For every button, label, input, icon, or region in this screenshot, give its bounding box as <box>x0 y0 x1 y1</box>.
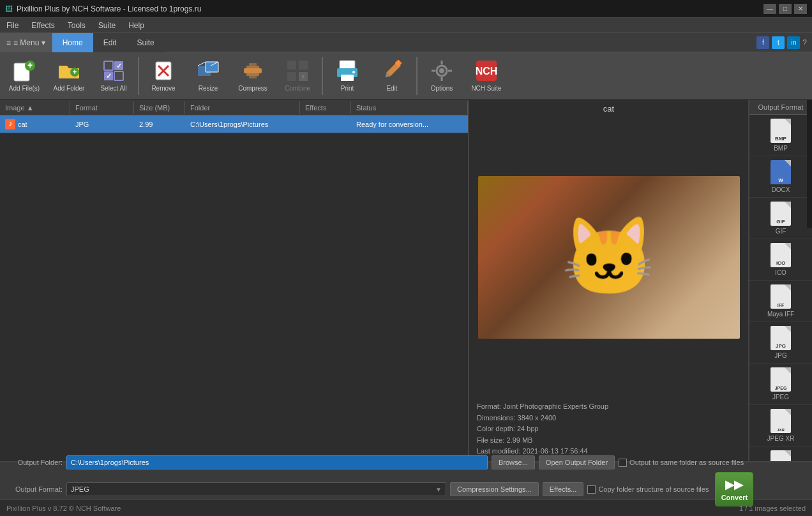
titlebar-title: 🖼 Pixillion Plus by NCH Software - Licen… <box>5 4 201 13</box>
add-files-button[interactable]: + Add File(s) <box>3 54 46 98</box>
svg-rect-21 <box>246 73 259 76</box>
output-format-panel: Output Format BMP BMP W DOCX GIF GIF ICO… <box>748 100 812 461</box>
nch-suite-button[interactable]: NCH NCH Suite <box>465 54 508 98</box>
tab-home[interactable]: Home <box>52 33 93 52</box>
nch-suite-icon: NCH <box>475 59 498 82</box>
resize-icon <box>197 59 220 82</box>
remove-button[interactable]: Remove <box>142 54 185 98</box>
preview-panel: cat Format: Joint Photographic Experts G… <box>469 100 748 461</box>
copy-folder-checkbox[interactable] <box>587 485 596 494</box>
combine-icon: + <box>286 59 309 82</box>
col-header-status[interactable]: Status <box>351 101 468 114</box>
compress-label: Compress <box>238 85 267 92</box>
same-folder-checkbox[interactable] <box>619 459 627 467</box>
file-effects-cell <box>300 122 351 127</box>
remove-icon <box>152 59 175 82</box>
convert-label: Convert <box>721 494 748 501</box>
hamburger-icon: ≡ <box>6 38 11 47</box>
options-button[interactable]: Options <box>420 54 463 98</box>
linkedin-icon[interactable]: in <box>787 36 800 49</box>
format-item-bmp[interactable]: BMP BMP <box>749 115 812 156</box>
format-label-mayaiff: Maya IFF <box>767 311 794 318</box>
add-files-label: Add File(s) <box>9 85 40 92</box>
titlebar: 🖼 Pixillion Plus by NCH Software - Licen… <box>0 0 812 18</box>
browse-button[interactable]: Browse... <box>492 455 535 469</box>
format-item-jpeg[interactable]: JPEG JPEG <box>749 364 812 405</box>
tab-edit[interactable]: Edit <box>93 33 127 52</box>
compression-settings-button[interactable]: Compression Settings... <box>450 482 539 496</box>
chevron-down-icon: ▼ <box>435 486 442 493</box>
svg-line-16 <box>198 62 206 66</box>
svg-text:NCH: NCH <box>476 66 498 77</box>
open-output-folder-button[interactable]: Open Output Folder <box>539 455 615 469</box>
options-label: Options <box>431 85 453 92</box>
svg-point-36 <box>439 68 444 73</box>
tab-suite[interactable]: Suite <box>126 33 164 52</box>
right-scrollbar-track[interactable] <box>807 100 812 228</box>
minimize-button[interactable]: — <box>763 4 776 14</box>
format-item-mayaiff[interactable]: IFF Maya IFF <box>749 281 812 322</box>
twitter-icon[interactable]: t <box>772 36 785 49</box>
format-label-ico: ICO <box>775 269 786 276</box>
format-item-jpg[interactable]: JPG JPG <box>749 322 812 364</box>
format-item-ico[interactable]: ICO ICO <box>749 239 812 281</box>
menu-dropdown-label: ≡ Menu ▾ <box>13 38 45 47</box>
output-format-row: Output Format: JPEG ▼ Compression Settin… <box>5 472 807 506</box>
remove-label: Remove <box>151 85 175 92</box>
format-item-jpeg-xr[interactable]: JXR JPEG XR <box>749 405 812 446</box>
file-format-cell: JPG <box>70 118 134 131</box>
file-status-cell: Ready for conversion... <box>351 118 468 131</box>
table-row[interactable]: J cat JPG 2.99 C:\Users\1progs\Pictures … <box>0 115 468 133</box>
menu-help[interactable]: Help <box>122 19 151 32</box>
maximize-button[interactable]: □ <box>779 4 792 14</box>
format-icon-gif: GIF <box>771 202 791 226</box>
col-header-effects[interactable]: Effects <box>300 101 351 114</box>
output-folder-input[interactable] <box>66 455 488 469</box>
resize-label: Resize <box>199 85 218 92</box>
col-header-format[interactable]: Format <box>70 101 134 114</box>
col-header-image[interactable]: Image ▲ <box>0 101 70 114</box>
same-folder-label: Output to same folder as source files <box>629 459 744 466</box>
print-label: Print <box>341 85 354 92</box>
app-version: Pixillion Plus v 8.72 © NCH Software <box>6 505 121 512</box>
svg-rect-28 <box>340 61 355 70</box>
combine-button[interactable]: + Combine <box>276 54 319 98</box>
preview-title: cat <box>469 100 748 117</box>
facebook-icon[interactable]: f <box>756 36 769 49</box>
svg-rect-8 <box>114 71 123 80</box>
print-button[interactable]: Print <box>326 54 369 98</box>
help-icon[interactable]: ? <box>802 38 807 47</box>
svg-rect-20 <box>249 63 257 66</box>
menu-dropdown-button[interactable]: ≡ ≡ Menu ▾ <box>0 33 52 52</box>
close-button[interactable]: ✕ <box>794 4 807 14</box>
format-label-bmp: BMP <box>774 145 788 152</box>
convert-button[interactable]: ▶▶ Convert <box>715 472 753 506</box>
file-folder-cell: C:\Users\1progs\Pictures <box>185 118 300 131</box>
convert-arrow-icon: ▶▶ <box>725 478 743 492</box>
file-list-panel: Image ▲ Format Size (MB) Folder Effects … <box>0 100 469 461</box>
add-folder-button[interactable]: + Add Folder <box>47 54 91 98</box>
effects-button[interactable]: Effects... <box>543 482 584 496</box>
menu-tools[interactable]: Tools <box>61 19 92 32</box>
format-icon-jpeg-xr: JXR <box>771 409 791 433</box>
app-title: Pixillion Plus by NCH Software - License… <box>17 4 201 13</box>
menu-effects[interactable]: Effects <box>25 19 61 32</box>
compress-button[interactable]: Compress <box>231 54 274 98</box>
resize-button[interactable]: Resize <box>186 54 230 98</box>
menu-file[interactable]: File <box>0 19 25 32</box>
format-item-gif[interactable]: GIF GIF <box>749 198 812 239</box>
col-header-size[interactable]: Size (MB) <box>134 101 185 114</box>
menu-suite[interactable]: Suite <box>92 19 122 32</box>
format-item-docx[interactable]: W DOCX <box>749 156 812 198</box>
col-header-folder[interactable]: Folder <box>185 101 300 114</box>
output-folder-label: Output Folder: <box>5 459 63 466</box>
cat-preview-image <box>478 176 740 339</box>
select-all-button[interactable]: ✓ ✓ Select All <box>92 54 135 98</box>
format-icon-mayaiff: IFF <box>771 284 791 309</box>
svg-text:+: + <box>301 73 305 80</box>
format-label-jpeg: JPEG <box>772 394 789 401</box>
edit-button[interactable]: Edit <box>370 54 414 98</box>
nch-suite-label: NCH Suite <box>471 85 501 92</box>
output-format-select[interactable]: JPEG ▼ <box>66 482 446 496</box>
titlebar-controls: — □ ✕ <box>763 4 807 14</box>
